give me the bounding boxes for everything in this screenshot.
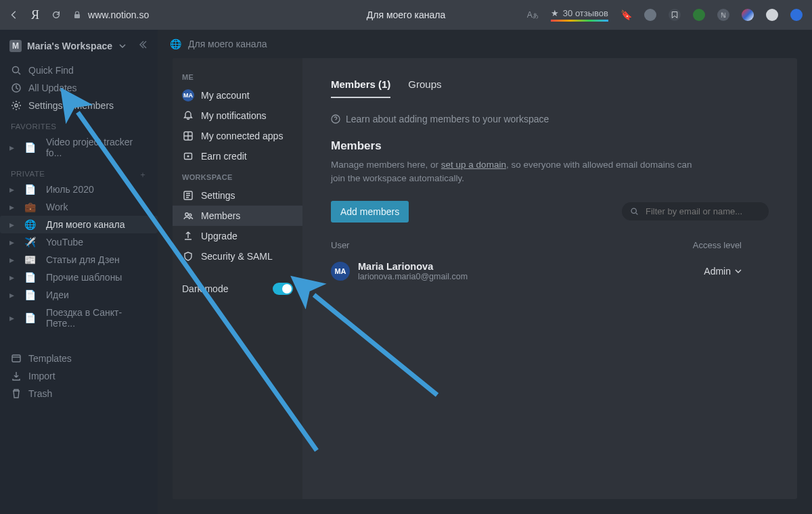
settings-item-apps[interactable]: My connected apps xyxy=(173,126,302,146)
sidebar-page[interactable]: ▸📄Поездка в Санкт-Пете... xyxy=(0,304,158,332)
member-row: MA Maria Larionova larionova.maria0@gmai… xyxy=(331,261,769,281)
settings-item-credit[interactable]: Earn credit xyxy=(173,146,302,166)
settings-item-label: My connected apps xyxy=(201,131,283,141)
reviews-badge[interactable]: ★ 30 отзывов xyxy=(551,8,608,22)
svg-point-12 xyxy=(631,208,636,213)
sidebar-page-label: Прочие шаблоны xyxy=(46,272,122,283)
caret-icon[interactable]: ▸ xyxy=(9,289,15,300)
setup-domain-link[interactable]: set up a domain xyxy=(441,160,506,170)
settings-item-upgrade[interactable]: Upgrade xyxy=(173,226,302,246)
settings-item-label: My account xyxy=(201,90,250,101)
quick-find[interactable]: Quick Find xyxy=(4,62,154,79)
sidebar-page[interactable]: ▸📄Прочие шаблоны xyxy=(0,268,158,286)
settings-item-label: Security & SAML xyxy=(201,251,273,262)
extension-icon[interactable] xyxy=(766,9,778,21)
add-page-button[interactable]: ＋ xyxy=(139,170,147,180)
workspace-avatar-icon: M xyxy=(9,40,22,52)
caret-icon[interactable]: ▸ xyxy=(9,237,15,248)
tab-members[interactable]: Members (1) xyxy=(331,78,390,98)
reload-button[interactable] xyxy=(51,10,61,20)
add-members-button[interactable]: Add members xyxy=(331,201,409,223)
tabs: Members (1) Groups xyxy=(331,78,769,99)
page-icon: 📄 xyxy=(24,184,35,195)
settings-icon xyxy=(182,189,194,202)
extension-icon[interactable] xyxy=(693,9,705,21)
caret-icon[interactable]: ▸ xyxy=(9,254,15,265)
yandex-logo-icon[interactable]: Я xyxy=(31,10,39,20)
page-icon: 📄 xyxy=(24,312,35,323)
settings-item-notifications[interactable]: My notifications xyxy=(173,106,302,126)
caret-icon[interactable]: ▸ xyxy=(9,312,15,323)
address-bar[interactable]: www.notion.so xyxy=(73,9,149,20)
settings-item-security[interactable]: Security & SAML xyxy=(173,246,302,266)
favorites-heading: FAVORITES xyxy=(0,114,158,133)
caret-icon[interactable]: ▸ xyxy=(9,219,15,230)
page-emoji-icon: 🌐 xyxy=(170,39,181,49)
filter-members[interactable] xyxy=(622,202,769,220)
back-button[interactable] xyxy=(9,10,19,20)
workspace-name: Maria's Workspace xyxy=(27,41,112,51)
svg-point-7 xyxy=(187,155,189,157)
extension-icon[interactable] xyxy=(742,9,754,21)
sidebar-page[interactable]: ▸✈️YouTube xyxy=(0,233,158,251)
settings-item-settings[interactable]: Settings xyxy=(173,185,302,206)
sidebar-page-label: Для моего канала xyxy=(46,219,125,230)
credit-icon xyxy=(182,150,194,162)
notifications-icon xyxy=(182,110,194,122)
dark-mode-toggle[interactable] xyxy=(273,283,293,295)
caret-icon[interactable]: ▸ xyxy=(9,184,15,195)
filter-input[interactable] xyxy=(644,206,761,217)
sidebar-page-label: Статьи для Дзен xyxy=(46,254,120,265)
extension-icon[interactable] xyxy=(669,9,681,21)
member-email: larionova.maria0@gmail.com xyxy=(358,272,468,281)
star-icon: ★ xyxy=(551,8,559,18)
workspace-switcher[interactable]: M Maria's Workspace xyxy=(0,39,158,62)
svg-point-1 xyxy=(13,67,19,73)
breadcrumb-title: Для моего канала xyxy=(188,39,267,49)
settings-item-members[interactable]: Members xyxy=(173,206,302,226)
member-avatar: MA xyxy=(331,262,350,281)
private-heading: PRIVATE ＋ xyxy=(0,162,158,181)
caret-icon[interactable]: ▸ xyxy=(9,142,15,153)
page-icon: 📰 xyxy=(24,254,35,265)
extension-icon[interactable]: ℕ xyxy=(717,9,729,21)
translate-icon[interactable]: Aあ xyxy=(527,10,539,20)
clock-icon xyxy=(11,83,22,93)
bookmark-icon[interactable]: 🔖 xyxy=(621,9,632,20)
members-table-header: User Access level xyxy=(331,240,769,250)
trash-icon xyxy=(11,388,22,399)
caret-icon[interactable]: ▸ xyxy=(9,272,15,283)
dark-mode-row: Dark mode xyxy=(173,279,302,299)
templates[interactable]: Templates xyxy=(4,350,154,367)
help-icon xyxy=(331,114,340,124)
settings-section-workspace: WORKSPACE xyxy=(173,166,302,185)
extension-icon[interactable] xyxy=(644,9,656,21)
trash[interactable]: Trash xyxy=(4,385,154,402)
breadcrumb[interactable]: 🌐 Для моего канала xyxy=(158,30,812,58)
sidebar-page[interactable]: ▸📄Идеи xyxy=(0,286,158,304)
import[interactable]: Import xyxy=(4,367,154,385)
settings-item-label: Members xyxy=(201,210,240,221)
page-icon: 📄 xyxy=(24,272,35,283)
learn-link[interactable]: Learn about adding members to your works… xyxy=(331,114,769,124)
sidebar-page[interactable]: ▸💼Work xyxy=(0,198,158,216)
settings-item-account[interactable]: MAMy account xyxy=(173,85,302,106)
col-access: Access level xyxy=(693,240,742,250)
all-updates[interactable]: All Updates xyxy=(4,79,154,97)
sidebar-page[interactable]: ▸📄Июль 2020 xyxy=(0,181,158,198)
sidebar-page[interactable]: ▸📰Статьи для Дзен xyxy=(0,251,158,268)
caret-icon[interactable]: ▸ xyxy=(9,202,15,212)
sidebar-page-label: Поездка в Санкт-Пете... xyxy=(46,307,151,329)
svg-point-10 xyxy=(189,214,191,216)
import-icon xyxy=(11,371,22,381)
sidebar-page-favorite[interactable]: ▸ 📄 Video project tracker fo... xyxy=(0,133,158,162)
member-access-select[interactable]: Admin xyxy=(704,266,742,277)
settings-members[interactable]: Settings & Members xyxy=(4,97,154,114)
collapse-sidebar-icon[interactable] xyxy=(137,39,148,52)
settings-item-label: Settings xyxy=(201,190,235,201)
security-icon xyxy=(182,250,194,262)
extension-icon[interactable] xyxy=(790,9,803,21)
sidebar-page[interactable]: ▸🌐Для моего канала xyxy=(0,216,158,233)
tab-groups[interactable]: Groups xyxy=(408,78,441,98)
settings-item-label: Earn credit xyxy=(201,151,247,162)
